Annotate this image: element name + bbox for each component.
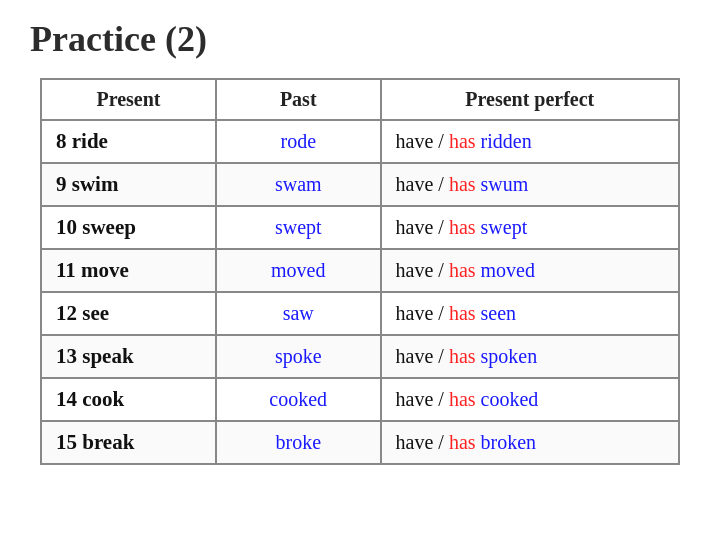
pp-has: has xyxy=(449,130,476,152)
table-row: 8 riderodehave / has ridden xyxy=(41,120,679,163)
pp-has: has xyxy=(449,216,476,238)
pp-slash: / xyxy=(433,302,449,324)
table-header-row: Present Past Present perfect xyxy=(41,79,679,120)
pp-have: have xyxy=(396,130,434,152)
pp-has: has xyxy=(449,259,476,281)
table-row: 10 sweepswepthave / has swept xyxy=(41,206,679,249)
pp-has: has xyxy=(449,388,476,410)
pp-have: have xyxy=(396,345,434,367)
cell-past: moved xyxy=(216,249,381,292)
cell-past: saw xyxy=(216,292,381,335)
pp-has: has xyxy=(449,345,476,367)
pp-have: have xyxy=(396,259,434,281)
pp-slash: / xyxy=(433,216,449,238)
cell-present: 8 ride xyxy=(41,120,216,163)
pp-has: has xyxy=(449,431,476,453)
pp-verb: ridden xyxy=(476,130,532,152)
cell-present-perfect: have / has moved xyxy=(381,249,679,292)
table-row: 14 cookcookedhave / has cooked xyxy=(41,378,679,421)
pp-slash: / xyxy=(433,345,449,367)
pp-verb: swept xyxy=(476,216,528,238)
pp-verb: moved xyxy=(476,259,535,281)
pp-verb: swum xyxy=(476,173,529,195)
cell-present-perfect: have / has ridden xyxy=(381,120,679,163)
pp-have: have xyxy=(396,431,434,453)
pp-slash: / xyxy=(433,259,449,281)
cell-past: swam xyxy=(216,163,381,206)
cell-past: swept xyxy=(216,206,381,249)
pp-have: have xyxy=(396,173,434,195)
cell-present: 11 move xyxy=(41,249,216,292)
cell-past: cooked xyxy=(216,378,381,421)
cell-present-perfect: have / has cooked xyxy=(381,378,679,421)
table-row: 12 seesawhave / has seen xyxy=(41,292,679,335)
table-row: 9 swimswamhave / has swum xyxy=(41,163,679,206)
cell-present: 13 speak xyxy=(41,335,216,378)
cell-present-perfect: have / has swum xyxy=(381,163,679,206)
header-present: Present xyxy=(41,79,216,120)
pp-verb: spoken xyxy=(476,345,538,367)
cell-past: spoke xyxy=(216,335,381,378)
cell-present-perfect: have / has spoken xyxy=(381,335,679,378)
pp-verb: broken xyxy=(476,431,537,453)
cell-present: 12 see xyxy=(41,292,216,335)
pp-slash: / xyxy=(433,388,449,410)
pp-has: has xyxy=(449,302,476,324)
pp-have: have xyxy=(396,388,434,410)
cell-present: 14 cook xyxy=(41,378,216,421)
table-row: 13 speakspokehave / has spoken xyxy=(41,335,679,378)
pp-slash: / xyxy=(433,130,449,152)
pp-has: has xyxy=(449,173,476,195)
header-past: Past xyxy=(216,79,381,120)
cell-present-perfect: have / has seen xyxy=(381,292,679,335)
pp-slash: / xyxy=(433,173,449,195)
cell-present: 10 sweep xyxy=(41,206,216,249)
cell-present-perfect: have / has swept xyxy=(381,206,679,249)
table-row: 15 breakbrokehave / has broken xyxy=(41,421,679,464)
pp-have: have xyxy=(396,302,434,324)
header-present-perfect: Present perfect xyxy=(381,79,679,120)
table-row: 11 movemovedhave / has moved xyxy=(41,249,679,292)
cell-past: rode xyxy=(216,120,381,163)
page: Practice (2) Present Past Present perfec… xyxy=(0,0,720,540)
pp-verb: cooked xyxy=(476,388,539,410)
cell-present: 9 swim xyxy=(41,163,216,206)
cell-present-perfect: have / has broken xyxy=(381,421,679,464)
pp-have: have xyxy=(396,216,434,238)
cell-present: 15 break xyxy=(41,421,216,464)
page-title: Practice (2) xyxy=(30,18,690,60)
practice-table: Present Past Present perfect 8 riderodeh… xyxy=(40,78,680,465)
pp-verb: seen xyxy=(476,302,517,324)
pp-slash: / xyxy=(433,431,449,453)
cell-past: broke xyxy=(216,421,381,464)
